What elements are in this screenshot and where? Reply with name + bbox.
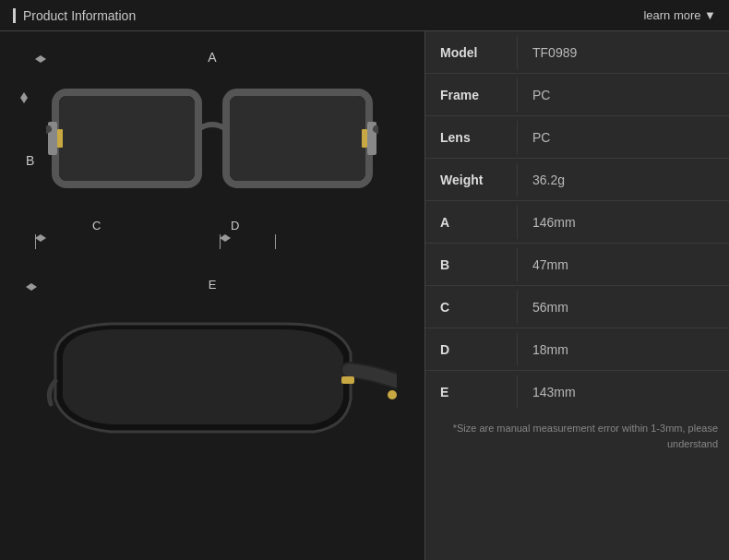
spec-row-b: B47mm bbox=[425, 244, 729, 286]
spec-value-frame: PC bbox=[518, 78, 729, 112]
spec-key-model: Model bbox=[425, 36, 518, 69]
page-title: Product Information bbox=[13, 8, 136, 23]
arrow-right-a bbox=[41, 55, 46, 63]
spec-row-lens: LensPC bbox=[425, 116, 729, 159]
svg-rect-7 bbox=[362, 129, 367, 148]
svg-line-9 bbox=[376, 129, 378, 143]
svg-rect-10 bbox=[341, 376, 354, 384]
spec-key-e: E bbox=[425, 375, 518, 409]
spec-value-c: 56mm bbox=[518, 291, 729, 324]
spec-key-frame: Frame bbox=[425, 78, 518, 112]
spec-value-d: 18mm bbox=[518, 333, 729, 366]
spec-row-weight: Weight36.2g bbox=[425, 159, 729, 201]
spec-row-frame: FramePC bbox=[425, 74, 729, 116]
glasses-side-svg bbox=[28, 307, 397, 483]
arrow-right-d bbox=[225, 234, 231, 242]
spec-key-a: A bbox=[425, 206, 518, 239]
spec-value-a: 146mm bbox=[518, 206, 729, 239]
spec-key-c: C bbox=[425, 291, 518, 324]
label-b: B bbox=[26, 153, 34, 168]
svg-point-11 bbox=[388, 390, 397, 399]
spec-key-lens: Lens bbox=[425, 121, 518, 154]
glasses-front-svg bbox=[46, 74, 378, 212]
spec-key-b: B bbox=[425, 248, 518, 281]
front-view-area: A B bbox=[18, 50, 406, 271]
spec-note: *Size are manual measurement error withi… bbox=[425, 413, 729, 459]
learn-more-link[interactable]: learn more ▼ bbox=[643, 8, 716, 22]
spec-value-lens: PC bbox=[518, 121, 729, 154]
header: Product Information learn more ▼ bbox=[0, 0, 729, 31]
spec-row-c: C56mm bbox=[425, 286, 729, 328]
spec-value-b: 47mm bbox=[518, 248, 729, 281]
label-e: E bbox=[209, 278, 217, 292]
spec-row-a: A146mm bbox=[425, 201, 729, 244]
spec-row-d: D18mm bbox=[425, 328, 729, 371]
label-a: A bbox=[208, 50, 216, 65]
dimension-d-line bbox=[220, 234, 275, 242]
tick-c-left bbox=[35, 234, 36, 249]
glasses-front-image bbox=[44, 70, 380, 216]
spec-row-model: ModelTF0989 bbox=[425, 31, 729, 74]
spec-value-e: 143mm bbox=[518, 375, 729, 409]
tick-d-right bbox=[275, 234, 276, 249]
dimension-c-line bbox=[35, 234, 220, 242]
svg-line-8 bbox=[46, 129, 48, 143]
spec-table: ModelTF0989FramePCLensPCWeight36.2gA146m… bbox=[425, 31, 729, 413]
spec-value-weight: 36.2g bbox=[518, 163, 729, 197]
spec-key-weight: Weight bbox=[425, 163, 518, 197]
svg-rect-2 bbox=[59, 96, 195, 181]
label-d: D bbox=[231, 219, 239, 232]
left-panel: A B bbox=[0, 31, 424, 560]
tick-c-right bbox=[220, 234, 221, 249]
spec-key-d: D bbox=[425, 333, 518, 366]
arrow-right-c bbox=[41, 234, 46, 242]
dimension-b-line bbox=[20, 92, 28, 209]
arrow-down-b bbox=[20, 98, 28, 103]
spec-row-e: E143mm bbox=[425, 371, 729, 413]
spec-value-model: TF0989 bbox=[518, 36, 729, 69]
main-content: A B bbox=[0, 31, 729, 560]
arrow-right-e bbox=[31, 283, 37, 291]
label-c: C bbox=[92, 219, 101, 232]
svg-rect-3 bbox=[230, 96, 365, 181]
right-panel: ModelTF0989FramePCLensPCWeight36.2gA146m… bbox=[424, 31, 729, 560]
glasses-side-image bbox=[18, 302, 406, 488]
svg-rect-6 bbox=[57, 129, 63, 148]
side-view-area: E bbox=[18, 276, 406, 488]
